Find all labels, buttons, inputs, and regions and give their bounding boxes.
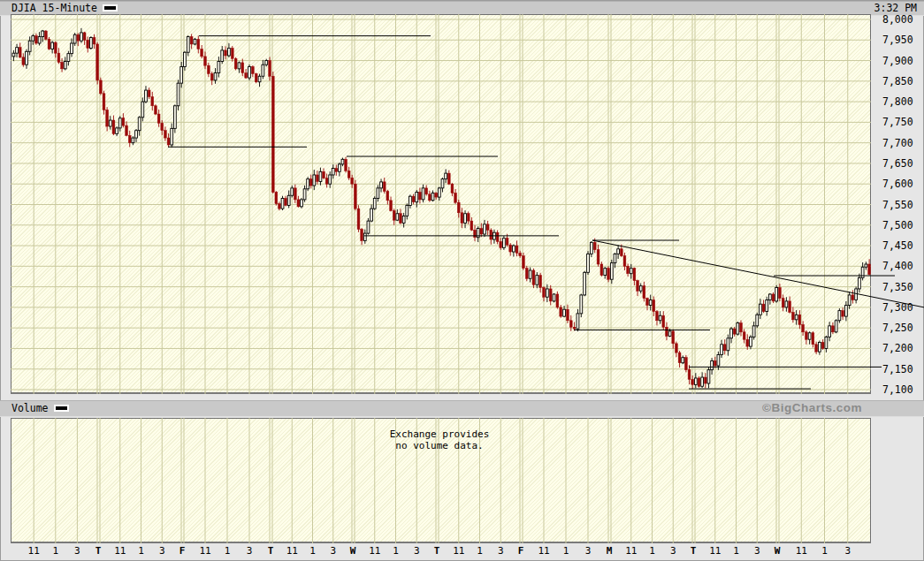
price-axis-label: 7,750: [882, 116, 921, 128]
price-axis-label: 7,100: [882, 383, 921, 396]
price-axis-label: 7,250: [882, 322, 921, 334]
chart-window: DJIA 15-Minute 3:32 PM 8,0007,9507,9007,…: [0, 0, 924, 561]
price-axis-label: 7,200: [882, 342, 921, 354]
volume-title: Volume: [11, 402, 49, 414]
volume-header-bar: Volume ©BigCharts.com: [0, 400, 924, 417]
no-volume-data-message: Exchange provides no volume data.: [351, 429, 528, 451]
price-axis-label: 7,350: [882, 281, 921, 293]
main-chart-plot: [11, 14, 871, 394]
price-axis-label: 7,300: [882, 301, 921, 314]
chart-title: DJIA 15-Minute: [11, 2, 97, 14]
price-axis-label: 7,450: [882, 239, 921, 252]
time-axis: 1113T1113F1113T1113W1113T1113F1113M1113T…: [0, 545, 924, 559]
time-axis-label: 3: [835, 545, 861, 557]
price-axis-label: 7,500: [882, 219, 921, 231]
price-axis-label: 7,700: [882, 137, 921, 149]
price-axis-label: 7,950: [882, 34, 921, 46]
volume-legend-dash-icon: [54, 405, 69, 412]
day-label: W: [764, 545, 790, 557]
no-volume-line-2: no volume data.: [351, 441, 528, 452]
price-axis-label: 7,800: [882, 95, 921, 108]
price-axis-label: 7,600: [882, 178, 921, 190]
price-axis-label: 7,400: [882, 260, 921, 272]
price-axis-label: 7,550: [882, 199, 921, 211]
legend-dash-icon: [103, 4, 118, 11]
bigcharts-watermark: ©BigCharts.com: [762, 401, 862, 415]
price-axis-label: 7,150: [882, 363, 921, 375]
price-axis-label: 7,650: [882, 157, 921, 170]
price-axis-label: 7,850: [882, 75, 921, 87]
no-volume-line-1: Exchange provides: [351, 429, 528, 441]
timestamp: 3:32 PM: [874, 2, 917, 14]
price-axis-label: 8,000: [882, 13, 921, 26]
price-axis-label: 7,900: [882, 55, 921, 67]
